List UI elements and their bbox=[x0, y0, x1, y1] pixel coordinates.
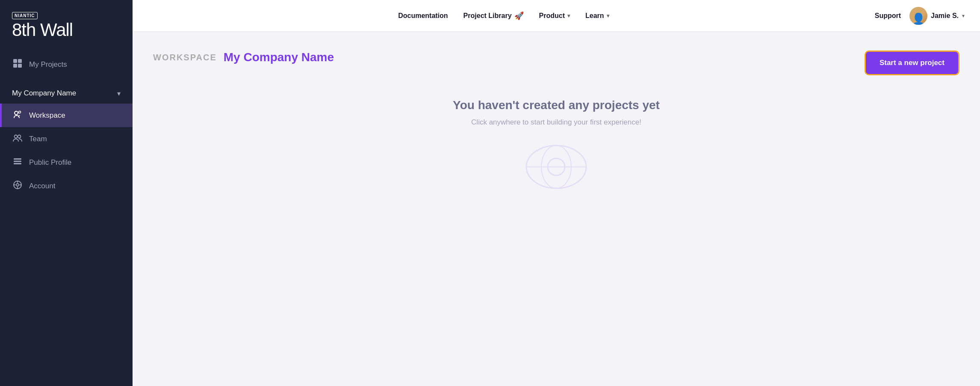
empty-state-subtitle: Click anywhere to start building your fi… bbox=[471, 118, 641, 127]
svg-rect-10 bbox=[14, 163, 21, 164]
svg-point-5 bbox=[19, 111, 21, 113]
empty-state-title: You haven't created any projects yet bbox=[453, 98, 660, 112]
logo-wall: Wall bbox=[35, 20, 73, 40]
avatar bbox=[909, 7, 927, 25]
workspace-header[interactable]: My Company Name ▾ bbox=[0, 83, 133, 104]
breadcrumb: WORKSPACE My Company Name bbox=[153, 50, 959, 64]
sidebar-item-label: Public Profile bbox=[29, 158, 71, 167]
nav-learn-label: Learn bbox=[585, 12, 604, 20]
breadcrumb-workspace-label: WORKSPACE bbox=[153, 53, 217, 62]
empty-state-decoration bbox=[522, 141, 590, 194]
nav-documentation-label: Documentation bbox=[398, 12, 448, 20]
sidebar-item-account[interactable]: Account bbox=[0, 174, 133, 198]
svg-rect-3 bbox=[18, 64, 22, 68]
start-new-project-button[interactable]: Start a new project bbox=[865, 50, 959, 75]
nav-project-library[interactable]: Project Library 🚀 bbox=[463, 11, 524, 21]
nav-support[interactable]: Support bbox=[875, 12, 901, 20]
breadcrumb-company-label: My Company Name bbox=[224, 50, 334, 64]
sidebar-item-label: Workspace bbox=[29, 111, 65, 120]
learn-chevron-icon: ▾ bbox=[607, 13, 609, 19]
nav-product[interactable]: Product ▾ bbox=[539, 12, 570, 20]
svg-rect-0 bbox=[13, 59, 17, 63]
sidebar-item-workspace[interactable]: Workspace bbox=[0, 104, 133, 127]
main-content: WORKSPACE My Company Name Start a new pr… bbox=[133, 32, 980, 386]
nav-documentation[interactable]: Documentation bbox=[398, 12, 448, 20]
svg-rect-8 bbox=[14, 158, 21, 160]
main-area: Documentation Project Library 🚀 Product … bbox=[133, 0, 980, 386]
topbar-right: Support Jamie S. ▾ bbox=[875, 7, 965, 25]
sidebar-item-team[interactable]: Team bbox=[0, 127, 133, 151]
company-name-label: My Company Name bbox=[12, 89, 76, 98]
svg-point-4 bbox=[15, 111, 18, 115]
nav-product-label: Product bbox=[539, 12, 565, 20]
rocket-icon: 🚀 bbox=[514, 11, 524, 21]
workspace-chevron-icon: ▾ bbox=[117, 89, 121, 98]
nav-learn[interactable]: Learn ▾ bbox=[585, 12, 609, 20]
team-icon bbox=[12, 133, 23, 145]
logo-8th: 8th bbox=[12, 20, 35, 40]
sidebar-item-label: Account bbox=[29, 182, 55, 190]
sidebar-item-public-profile[interactable]: Public Profile bbox=[0, 151, 133, 174]
niantic-label: NIANTIC bbox=[12, 12, 38, 19]
sidebar-top-nav: My Projects bbox=[0, 49, 133, 80]
projects-icon bbox=[12, 59, 23, 70]
logo-area: NIANTIC 8th Wall bbox=[0, 0, 133, 49]
topbar: Documentation Project Library 🚀 Product … bbox=[133, 0, 980, 32]
brand-logo: 8th Wall bbox=[12, 21, 73, 39]
workspace-section: My Company Name ▾ Workspace bbox=[0, 80, 133, 201]
nav-project-library-label: Project Library bbox=[463, 12, 512, 20]
user-name-label: Jamie S. bbox=[931, 12, 959, 20]
workspace-icon bbox=[12, 110, 23, 121]
empty-state: You haven't created any projects yet Cli… bbox=[153, 98, 959, 194]
user-chevron-icon: ▾ bbox=[962, 13, 965, 19]
sidebar-item-label: My Projects bbox=[29, 60, 67, 69]
svg-rect-1 bbox=[18, 59, 22, 63]
product-chevron-icon: ▾ bbox=[567, 13, 570, 19]
sidebar-item-my-projects[interactable]: My Projects bbox=[0, 53, 133, 76]
sidebar-item-label: Team bbox=[29, 135, 47, 143]
user-menu[interactable]: Jamie S. ▾ bbox=[909, 7, 965, 25]
sidebar-sub-items: Workspace Team bbox=[0, 104, 133, 198]
svg-point-7 bbox=[18, 135, 21, 138]
svg-point-12 bbox=[16, 184, 19, 186]
account-icon bbox=[12, 180, 23, 192]
sidebar: NIANTIC 8th Wall My Projects My Company … bbox=[0, 0, 133, 386]
svg-point-6 bbox=[15, 135, 18, 138]
public-profile-icon bbox=[12, 157, 23, 168]
topbar-nav: Documentation Project Library 🚀 Product … bbox=[148, 11, 859, 21]
svg-rect-9 bbox=[14, 161, 21, 162]
svg-rect-2 bbox=[13, 64, 17, 68]
